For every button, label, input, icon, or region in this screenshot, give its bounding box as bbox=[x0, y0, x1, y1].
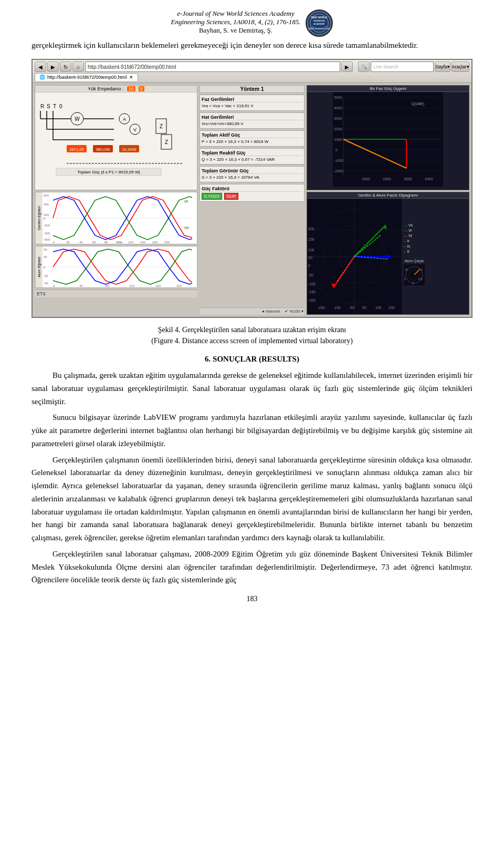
svg-text:Toplam Güç  |3 x P1 = 8015,05 : Toplam Güç |3 x P1 = 8015,05 W| bbox=[77, 170, 140, 174]
tab-close-icon[interactable]: ✕ bbox=[129, 75, 133, 80]
toplam-gorunur-title: Toplam Görünür Güç bbox=[202, 168, 302, 174]
hat-gerilimleri-title: Hat Gerilimleri bbox=[202, 115, 302, 120]
body-paragraph-4: Gerçekleştirilen sanal laboratuar çalışm… bbox=[32, 548, 472, 586]
svg-text:80: 80 bbox=[106, 284, 109, 287]
figure-caption: Şekil 4. Gerçekleştirilen sanal laboratu… bbox=[32, 324, 472, 346]
current-chart: 40 20 0 -20 -40 0 40 bbox=[43, 246, 197, 287]
svg-text:0: 0 bbox=[59, 104, 62, 109]
faz-gerilimleri-title: Faz Gerilimleri bbox=[202, 97, 302, 102]
power-triangle-title: Bir Faz Güç Üçgeni bbox=[307, 86, 469, 92]
menu-button[interactable]: Sayfa▾ bbox=[435, 61, 450, 72]
page-number: 183 bbox=[32, 595, 472, 603]
svg-text:-50: -50 bbox=[308, 273, 313, 277]
legend-vr: — Vr bbox=[404, 229, 425, 232]
svg-text:0: 0 bbox=[53, 284, 55, 287]
body-text-section6: Bu çalışmada, gerek uzaktan eğitim uygul… bbox=[32, 369, 472, 586]
circuit-diagram: Yük Empedansı : 10 9 R S T 0 bbox=[35, 85, 197, 190]
toplam-aktif-box: Toplam Aktif Güç P = 3 × 220 × 16,3 × 0,… bbox=[200, 130, 304, 147]
svg-text:200: 200 bbox=[44, 213, 49, 217]
back-button[interactable]: ◀ bbox=[35, 61, 46, 72]
svg-text:20: 20 bbox=[66, 241, 70, 244]
voltage-label: Gerilim Eğrileri bbox=[37, 206, 41, 230]
svg-text:ACADEMY: ACADEMY bbox=[314, 23, 326, 25]
search-placeholder: Live Search bbox=[373, 64, 398, 69]
voltage-svg: 600 400 200 0 -200 -400 -600 bbox=[43, 192, 192, 244]
faz-gerilimleri-value: Vra = Vca = Vac = 219,91 V bbox=[202, 104, 302, 108]
body-paragraph-3: Gerçekleştirilen çalışmanın önemli özell… bbox=[32, 454, 472, 544]
search-icon[interactable]: 🔍 bbox=[358, 61, 370, 72]
current-svg: 40 20 0 -20 -40 0 40 bbox=[43, 246, 192, 287]
current-waveform: Akım Eğrileri 40 20 0 -20 -40 bbox=[35, 246, 197, 288]
toplam-reaktif-box: Toplam Reaktif Güç Q = 3 × 220 × 16,3 × … bbox=[200, 148, 304, 164]
svg-text:S: S bbox=[47, 104, 50, 109]
faz-gerilimleri-box: Faz Gerilimleri Vra = Vca = Vac = 219,91… bbox=[200, 95, 304, 111]
power-triangle-panel: Bir Faz Güç Üçgeni bbox=[307, 85, 469, 190]
svg-text:4000: 4000 bbox=[334, 106, 342, 110]
dur-button[interactable]: DUR bbox=[224, 193, 238, 200]
svg-text:Q(VAR): Q(VAR) bbox=[412, 102, 424, 106]
voltage-chart: 600 400 200 0 -200 -400 -600 bbox=[43, 192, 197, 244]
svg-text:Vh: Vh bbox=[184, 226, 189, 230]
circuit-svg: R S T 0 W bbox=[35, 92, 196, 177]
svg-text:20: 20 bbox=[44, 255, 47, 259]
svg-text:V: V bbox=[133, 127, 136, 132]
svg-text:60: 60 bbox=[92, 241, 96, 244]
internet-status: ● Internet ✔ %100 ▾ bbox=[200, 307, 304, 315]
toplam-gorunur-box: Toplam Görünür Güç S = 3 × 220 × 16,3 = … bbox=[200, 166, 304, 182]
toplam-reaktif-title: Toplam Reaktif Güç bbox=[202, 150, 302, 156]
svg-text:180: 180 bbox=[164, 241, 170, 244]
svg-text:Z: Z bbox=[165, 139, 168, 145]
svg-text:40: 40 bbox=[79, 284, 83, 287]
svg-text:Z: Z bbox=[160, 123, 163, 129]
toplam-reaktif-value: Q = 3 × 220 × 16,3 × 0,67 = -7214 VAR bbox=[202, 157, 302, 162]
svg-text:-150: -150 bbox=[308, 290, 316, 294]
svg-text:50: 50 bbox=[362, 306, 366, 310]
svg-text:250: 250 bbox=[388, 306, 395, 310]
svg-text:160: 160 bbox=[152, 241, 158, 244]
svg-text:2000: 2000 bbox=[334, 127, 342, 131]
journal-name: e-Journal of New World Sciences Academy bbox=[171, 9, 301, 18]
search-bar[interactable]: Live Search bbox=[371, 61, 434, 72]
impedance-val1: 10 bbox=[127, 86, 135, 91]
impedance-val2: 9 bbox=[139, 86, 144, 91]
svg-text:150: 150 bbox=[375, 306, 382, 310]
svg-text:Time: Time bbox=[116, 241, 123, 244]
url-text: http://baskent-91fd672/00temp00.html bbox=[88, 64, 176, 70]
svg-text:120: 120 bbox=[128, 241, 134, 244]
svg-text:1000: 1000 bbox=[334, 138, 342, 141]
forward-button[interactable]: ▶ bbox=[47, 61, 59, 72]
hat-gerilimleri-value: Vrs=Vst=Vtr=380,99 V bbox=[202, 121, 302, 126]
phasor-svg: 200 150 100 50 0 -50 -100 -150 -200 -250… bbox=[307, 199, 402, 314]
svg-text:Vf: Vf bbox=[184, 200, 188, 203]
intro-text: gerçekleştirmek için kullanıcıların bekl… bbox=[32, 39, 472, 52]
svg-text:3000: 3000 bbox=[404, 177, 412, 181]
svg-text:40: 40 bbox=[44, 248, 47, 251]
voltage-ylabel: Gerilim Eğrileri bbox=[35, 192, 43, 244]
svg-text:5000: 5000 bbox=[334, 96, 342, 99]
home-button[interactable]: ⌂ bbox=[72, 61, 84, 72]
svg-text:-200: -200 bbox=[308, 298, 316, 302]
toplam-aktif-title: Toplam Aktif Güç bbox=[202, 132, 302, 138]
browser-screenshot: ◀ ▶ ↻ ⌂ http://baskent-91fd672/00temp00.… bbox=[32, 59, 472, 318]
figure-caption-en: (Figure 4. Distance access screen of imp… bbox=[32, 335, 472, 346]
body-paragraph-2: Sunucu bilgisayar üzerinde LabVIEW progr… bbox=[32, 411, 472, 450]
svg-text:400: 400 bbox=[44, 203, 49, 206]
phasor-section: Bir Faz Güç Üçgeni bbox=[307, 85, 469, 315]
address-bar[interactable]: http://baskent-91fd672/00temp00.html bbox=[85, 61, 340, 72]
current-label: Akım Eğrileri bbox=[37, 256, 41, 277]
refresh-button[interactable]: ↻ bbox=[60, 61, 71, 72]
go-button[interactable]: ▶ bbox=[341, 61, 353, 72]
phasor-legend: — Vs — Vr — Vt -- Ir -- Is -- It Akım Ça… bbox=[402, 199, 427, 310]
phasor-diagram-title: Gerilim & Akım Fazör Diyagramı bbox=[307, 192, 469, 199]
section-heading: 6. SONUÇLAR (RESULTS) bbox=[32, 355, 472, 364]
svg-text:200: 200 bbox=[176, 284, 182, 287]
tools-button[interactable]: Araçlar▾ bbox=[452, 61, 469, 72]
svg-text:50: 50 bbox=[308, 256, 312, 260]
voltage-waveform: Gerilim Eğrileri 600 400 200 0 bbox=[35, 192, 197, 244]
svg-text:-400: -400 bbox=[44, 232, 50, 235]
svg-text:W: W bbox=[75, 116, 80, 122]
browser-tab[interactable]: 🌐 http://baskent-91fd672/00temp00.html ✕ bbox=[35, 73, 138, 81]
guc-value[interactable]: 0,74323 bbox=[202, 193, 222, 200]
figure-caption-tr: Şekil 4. Gerçekleştirilen sanal laboratu… bbox=[32, 324, 472, 335]
legend-vs: — Vs bbox=[404, 223, 425, 227]
